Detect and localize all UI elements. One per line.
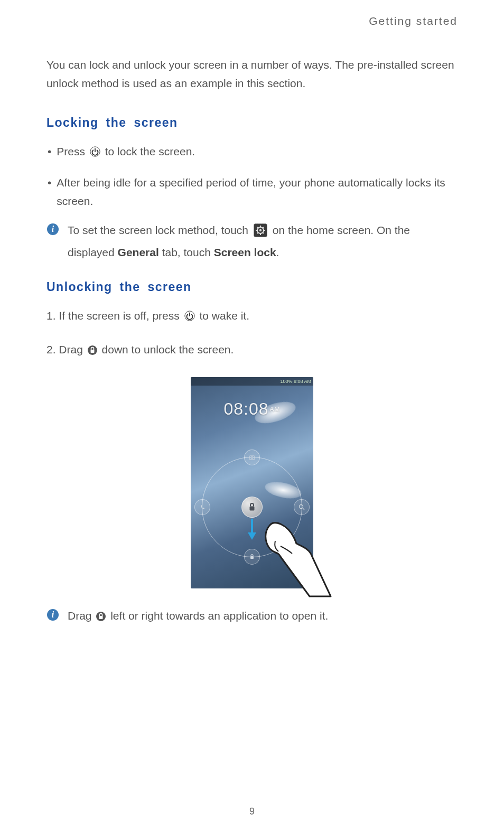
lock-b1-pre: Press [57, 145, 88, 157]
lock-note-pre: To set the screen lock method, touch [68, 224, 251, 236]
lock-note-bold1: General [118, 246, 159, 258]
svg-line-20 [303, 508, 304, 510]
step1-post: to wake it. [199, 310, 249, 322]
page-number: 9 [0, 806, 504, 817]
svg-point-5 [259, 229, 262, 231]
unlock-target-icon [244, 549, 260, 565]
svg-rect-16 [90, 350, 94, 353]
power-icon [184, 309, 195, 327]
svg-line-11 [263, 232, 264, 233]
lock-drag-icon [87, 343, 98, 361]
svg-line-13 [263, 227, 264, 228]
status-text: 100% 8:08 AM [280, 379, 311, 384]
svg-point-19 [300, 504, 303, 508]
lock-handle-icon [241, 497, 263, 518]
clock-ampm: AM [270, 406, 281, 413]
svg-text:i: i [52, 610, 54, 619]
bullet-dot: • [48, 174, 51, 192]
lock-note-bold2: Screen lock [214, 246, 276, 258]
step2-post: down to unlock the screen. [102, 343, 234, 355]
intro-paragraph: You can lock and unlock your screen in a… [46, 56, 458, 92]
svg-rect-22 [250, 506, 255, 510]
lock-b1-post: to lock the screen. [105, 145, 195, 157]
lock-note: i To set the screen lock method, touch [46, 221, 458, 261]
bullet-dot: • [48, 143, 51, 161]
svg-line-10 [257, 227, 258, 228]
lock-note-mid2: tab, touch [162, 246, 214, 258]
search-icon [294, 499, 310, 515]
lockscreen-clock: 08:08AM [191, 399, 313, 419]
hand-gesture-icon [259, 520, 333, 599]
drag-arrow-icon [247, 519, 257, 540]
footer-note-post: left or right towards an application to … [110, 610, 328, 622]
lock-bullet-1: • Press to lock the screen. [46, 143, 458, 163]
status-bar: 100% 8:08 AM [191, 377, 313, 386]
step1-num: 1. [46, 310, 56, 322]
section-unlocking-title: Unlocking the screen [46, 280, 458, 294]
info-icon: i [46, 608, 59, 627]
power-icon [89, 145, 101, 163]
lock-note-end: . [276, 246, 279, 258]
page-header: Getting started [46, 15, 458, 27]
lock-drag-icon [96, 609, 106, 628]
lock-bullet-2: • After being idle for a specified perio… [46, 174, 458, 210]
step2-num: 2. [46, 343, 56, 355]
clock-time: 08:08 [223, 399, 268, 418]
header-title: Getting started [369, 15, 458, 27]
svg-text:i: i [52, 224, 54, 233]
unlock-step-1: 1. If the screen is off, press to wake i… [46, 307, 458, 327]
svg-rect-21 [250, 556, 254, 559]
svg-marker-24 [248, 532, 256, 540]
svg-rect-28 [99, 616, 103, 619]
svg-point-18 [251, 456, 253, 458]
lock-b2-text: After being idle for a specified period … [57, 174, 458, 210]
camera-icon [244, 450, 260, 465]
footer-note-pre: Drag [68, 610, 95, 622]
phone-icon [194, 499, 210, 515]
step2-pre: Drag [59, 343, 86, 355]
section-locking-title: Locking the screen [46, 116, 458, 130]
step1-pre: If the screen is off, press [59, 310, 182, 322]
unlock-step-2: 2. Drag down to unlock the screen. [46, 341, 458, 361]
svg-line-12 [257, 232, 258, 233]
settings-icon [254, 223, 267, 243]
footer-note: i Drag left or right towards an applicat… [46, 606, 458, 628]
info-icon: i [46, 222, 59, 241]
lockscreen-illustration: 100% 8:08 AM 08:08AM [46, 377, 458, 591]
